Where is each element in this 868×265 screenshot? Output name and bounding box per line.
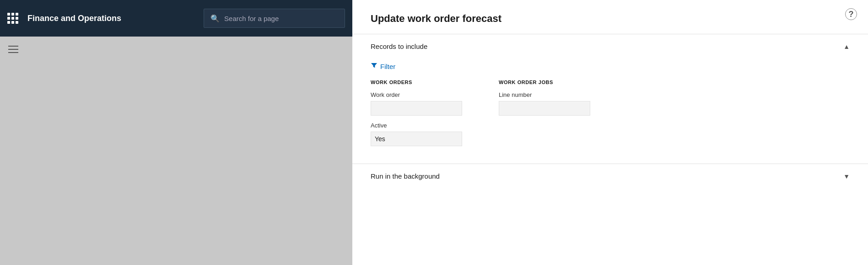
- active-input[interactable]: [371, 132, 462, 146]
- run-in-background-chevron: ▼: [843, 173, 850, 180]
- filter-link[interactable]: Filter: [371, 62, 850, 70]
- records-to-include-header[interactable]: Records to include ▲: [352, 34, 868, 58]
- line-number-label: Line number: [499, 91, 590, 98]
- filter-label: Filter: [380, 63, 395, 70]
- app-title: Finance and Operations: [27, 14, 121, 23]
- work-orders-column-header: WORK ORDERS: [371, 80, 462, 85]
- sidebar-toggle[interactable]: [8, 46, 18, 53]
- work-order-jobs-column-header: WORK ORDER JOBS: [499, 80, 590, 85]
- help-icon[interactable]: ?: [845, 8, 857, 20]
- dialog-title: Update work order forecast: [352, 0, 868, 34]
- form-columns: WORK ORDERS Work order Active WORK ORDER…: [371, 80, 850, 153]
- search-icon: 🔍: [210, 14, 220, 23]
- run-in-background-header[interactable]: Run in the background ▼: [352, 164, 868, 188]
- records-to-include-chevron: ▲: [843, 43, 850, 50]
- records-to-include-content: Filter WORK ORDERS Work order Active WOR…: [352, 58, 868, 164]
- work-order-input[interactable]: [371, 101, 462, 116]
- records-to-include-label: Records to include: [371, 42, 427, 50]
- right-panel: ? Update work order forecast Records to …: [352, 0, 868, 265]
- work-order-label: Work order: [371, 91, 462, 98]
- active-group: Active: [371, 122, 462, 146]
- active-label: Active: [371, 122, 462, 129]
- work-order-group: Work order: [371, 91, 462, 116]
- left-panel: Finance and Operations 🔍 Search for a pa…: [0, 0, 352, 265]
- run-in-background-label: Run in the background: [371, 172, 440, 180]
- search-placeholder: Search for a page: [224, 15, 279, 22]
- work-orders-column: WORK ORDERS Work order Active: [371, 80, 462, 153]
- top-bar: Finance and Operations 🔍 Search for a pa…: [0, 0, 352, 37]
- search-bar[interactable]: 🔍 Search for a page: [204, 9, 345, 28]
- line-number-group: Line number: [499, 91, 590, 116]
- line-number-input[interactable]: [499, 101, 590, 116]
- work-order-jobs-column: WORK ORDER JOBS Line number: [499, 80, 590, 153]
- app-grid-icon[interactable]: [7, 13, 18, 24]
- filter-icon: [371, 62, 377, 70]
